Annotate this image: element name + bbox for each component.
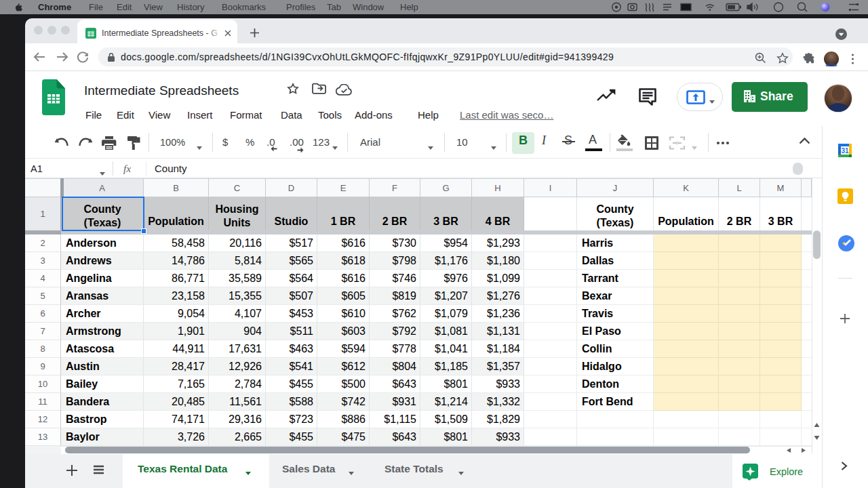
svg-text:31: 31	[841, 147, 849, 155]
